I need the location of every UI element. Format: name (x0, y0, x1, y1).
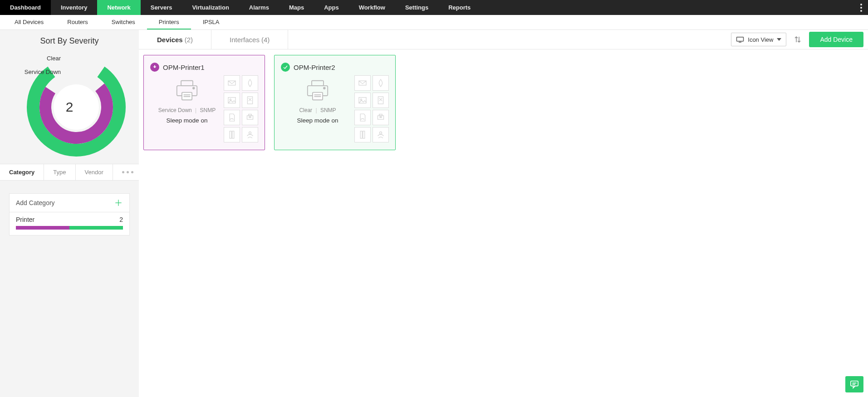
more-menu-icon[interactable] (854, 0, 868, 15)
device-status: Clear (299, 107, 312, 113)
svg-rect-5 (737, 37, 744, 41)
nav-apps[interactable]: Apps (314, 0, 349, 15)
sub-nav: All Devices Routers Switches Printers IP… (0, 15, 868, 30)
printer-features-grid (354, 75, 389, 142)
device-status: Service Down (158, 107, 192, 113)
status-badge-down-icon (150, 63, 159, 72)
chat-fab-button[interactable] (845, 376, 863, 392)
feature-tile-icon[interactable] (224, 110, 240, 125)
main-toolbar: Devices (2) Interfaces (4) Icon View Add… (139, 30, 868, 49)
nav-alarms[interactable]: Alarms (239, 0, 279, 15)
svg-rect-42 (379, 114, 383, 116)
svg-rect-18 (247, 97, 252, 104)
svg-rect-49 (851, 381, 858, 386)
sort-button[interactable] (791, 33, 804, 46)
device-mode: Sleep mode on (150, 117, 224, 124)
device-card-opm-printer2[interactable]: OPM-Printer2 Clear | (274, 55, 396, 150)
top-nav: Dashboard Inventory Network Servers Virt… (0, 0, 868, 15)
filter-tab-more[interactable] (113, 164, 142, 180)
nav-inventory[interactable]: Inventory (51, 0, 98, 15)
subnav-switches[interactable]: Switches (100, 15, 147, 29)
device-card-opm-printer1[interactable]: OPM-Printer1 Service Down | (143, 55, 265, 150)
filter-tab-vendor[interactable]: Vendor (76, 164, 113, 180)
device-grid: OPM-Printer1 Service Down | (139, 49, 868, 156)
subnav-all-devices[interactable]: All Devices (3, 15, 55, 29)
device-protocol: SNMP (320, 107, 336, 113)
feature-tile-icon[interactable] (224, 93, 240, 108)
chat-icon (849, 380, 859, 389)
svg-rect-47 (363, 131, 365, 138)
monitor-icon (736, 36, 744, 43)
subnav-ipsla[interactable]: IPSLA (191, 15, 231, 29)
tab-interfaces-label: Interfaces (230, 36, 260, 44)
view-mode-label: Icon View (748, 36, 773, 43)
nav-network[interactable]: Network (97, 0, 140, 15)
subnav-printers[interactable]: Printers (147, 15, 191, 29)
tab-interfaces[interactable]: Interfaces (4) (211, 30, 288, 49)
filter-tab-category[interactable]: Category (0, 164, 44, 180)
severity-donut-chart[interactable]: Clear Service Down 2 (0, 50, 139, 164)
feature-tile-icon[interactable] (224, 127, 240, 142)
feature-tile-icon[interactable] (373, 127, 389, 142)
nav-maps[interactable]: Maps (279, 0, 314, 15)
svg-rect-38 (378, 97, 383, 104)
severity-total: 2 (66, 99, 74, 115)
feature-tile-icon[interactable] (373, 75, 389, 91)
status-badge-clear-icon (281, 63, 290, 72)
nav-workflow[interactable]: Workflow (349, 0, 395, 15)
chevron-down-icon (777, 38, 781, 41)
svg-rect-22 (249, 114, 252, 116)
printer-icon (304, 79, 331, 102)
nav-settings[interactable]: Settings (395, 0, 438, 15)
tab-devices[interactable]: Devices (2) (139, 30, 211, 49)
feature-tile-icon[interactable] (354, 110, 371, 125)
svg-rect-46 (360, 131, 362, 138)
svg-point-28 (249, 132, 251, 134)
subnav-routers[interactable]: Routers (55, 15, 100, 29)
printer-icon (173, 79, 201, 102)
device-name: OPM-Printer1 (163, 64, 205, 71)
feature-tile-icon[interactable] (242, 75, 258, 91)
svg-rect-9 (181, 81, 193, 86)
feature-tile-icon[interactable] (242, 110, 258, 125)
svg-point-2 (54, 84, 99, 130)
feature-tile-icon[interactable] (373, 110, 389, 125)
svg-rect-29 (312, 81, 324, 86)
feature-tile-icon[interactable] (354, 127, 371, 142)
add-category-label: Add Category (16, 199, 55, 206)
nav-dashboard[interactable]: Dashboard (0, 0, 51, 15)
feature-tile-icon[interactable] (242, 93, 258, 108)
filter-tab-type[interactable]: Type (44, 164, 75, 180)
nav-virtualization[interactable]: Virtualization (182, 0, 239, 15)
feature-tile-icon[interactable] (224, 75, 240, 91)
tab-interfaces-count: (4) (261, 36, 270, 44)
nav-reports[interactable]: Reports (438, 0, 481, 15)
view-mode-select[interactable]: Icon View (731, 33, 786, 46)
svg-rect-31 (313, 93, 323, 100)
feature-tile-icon[interactable] (373, 93, 389, 108)
svg-rect-11 (182, 93, 192, 100)
feature-tile-icon[interactable] (354, 93, 371, 108)
feature-tile-icon[interactable] (354, 75, 371, 91)
nav-servers[interactable]: Servers (141, 0, 182, 15)
add-category-button[interactable]: Add Category (10, 194, 129, 212)
sort-icon (794, 35, 802, 44)
printer-features-grid (224, 75, 258, 142)
tab-devices-label: Devices (157, 36, 183, 44)
add-device-button[interactable]: Add Device (809, 32, 863, 47)
plus-icon (114, 198, 123, 207)
category-bar (16, 226, 123, 230)
category-row-printer[interactable]: Printer 2 (10, 212, 129, 235)
device-protocol: SNMP (200, 107, 216, 113)
severity-title: Sort By Severity (0, 30, 139, 50)
device-mode: Sleep mode on (281, 117, 354, 124)
svg-point-34 (324, 88, 325, 89)
svg-rect-26 (230, 131, 231, 138)
svg-point-48 (380, 132, 382, 134)
svg-rect-27 (232, 131, 234, 138)
sidebar: Sort By Severity Clear Service Down 2 Ca… (0, 30, 139, 397)
legend-service-down: Service Down (25, 69, 61, 75)
tab-devices-count: (2) (185, 36, 193, 44)
category-count: 2 (119, 216, 123, 223)
feature-tile-icon[interactable] (242, 127, 258, 142)
